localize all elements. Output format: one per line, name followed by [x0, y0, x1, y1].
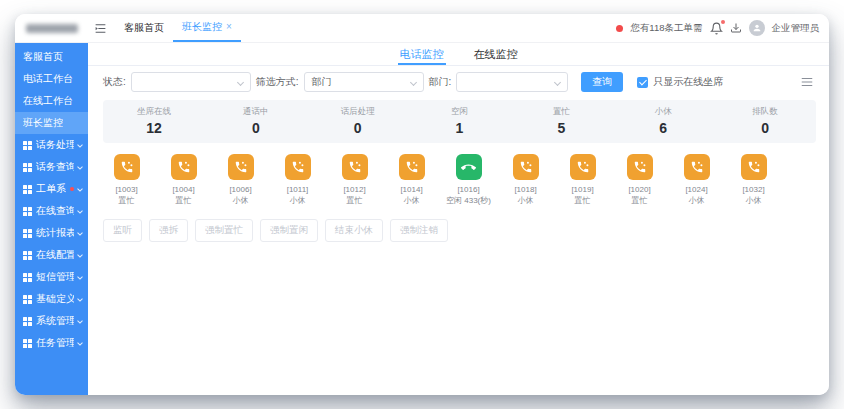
- stat-label: 坐席在线: [103, 106, 205, 118]
- agent-card: [1006]小休: [212, 154, 269, 206]
- phone-busy-icon[interactable]: [741, 154, 767, 180]
- monitor-tabs: 电话监控 在线监控: [88, 43, 829, 66]
- sidebar-item[interactable]: 班长监控: [15, 112, 88, 134]
- sidebar-item[interactable]: 任务管理: [15, 332, 88, 354]
- phone-busy-icon[interactable]: [285, 154, 311, 180]
- agent-id: [1024]: [668, 185, 725, 194]
- agent-card: [1014]小休: [383, 154, 440, 206]
- phone-busy-icon[interactable]: [513, 154, 539, 180]
- dept-label: 部门:: [429, 75, 452, 89]
- logo-area: [15, 24, 88, 33]
- dept-select[interactable]: [456, 72, 568, 92]
- sidebar-item-label: 在线工作台: [23, 94, 73, 108]
- agent-card: [1024]小休: [668, 154, 725, 206]
- agent-id: [1032]: [725, 185, 782, 194]
- close-icon[interactable]: ×: [226, 22, 232, 32]
- bell-icon[interactable]: [710, 22, 723, 35]
- agent-id: [1003]: [98, 185, 155, 194]
- sidebar-item[interactable]: 短信管理: [15, 266, 88, 288]
- grid-icon: [23, 295, 32, 304]
- filter-mode-label: 筛选方式:: [256, 75, 299, 89]
- action-button[interactable]: 强制注销: [390, 219, 448, 242]
- phone-busy-icon[interactable]: [684, 154, 710, 180]
- grid-icon: [23, 273, 32, 282]
- status-select[interactable]: [131, 72, 251, 92]
- agent-status: 小休: [668, 195, 725, 206]
- download-icon[interactable]: [730, 22, 742, 34]
- chevron-down-icon: [77, 296, 83, 302]
- sidebar-item-label: 话务查询: [36, 160, 74, 174]
- phone-busy-icon[interactable]: [228, 154, 254, 180]
- main-content: 电话监控 在线监控 状态: 筛选方式: 部门 部门:: [88, 43, 829, 395]
- query-button[interactable]: 查询: [581, 72, 623, 92]
- sidebar-item[interactable]: 话务查询: [15, 156, 88, 178]
- agent-card: [1011]小休: [269, 154, 326, 206]
- tab-phone-monitor[interactable]: 电话监控: [398, 43, 446, 65]
- sidebar-item[interactable]: 在线工作台: [15, 90, 88, 112]
- tab-online-monitor[interactable]: 在线监控: [472, 43, 520, 65]
- agent-id: [1018]: [497, 185, 554, 194]
- sidebar-item[interactable]: 在线配置: [15, 244, 88, 266]
- stat-item: 坐席在线12: [103, 106, 205, 136]
- chevron-down-icon: [237, 78, 244, 85]
- user-name[interactable]: 企业管理员: [772, 22, 820, 35]
- sidebar-item[interactable]: 客服首页: [15, 46, 88, 68]
- sidebar: 客服首页电话工作台在线工作台班长监控话务处理话务查询工单系统在线查询统计报表在线…: [15, 43, 88, 395]
- online-only-checkbox[interactable]: [637, 77, 648, 88]
- phone-busy-icon[interactable]: [399, 154, 425, 180]
- sidebar-item-label: 客服首页: [23, 50, 63, 64]
- sidebar-item-label: 统计报表: [36, 226, 74, 240]
- phone-busy-icon[interactable]: [171, 154, 197, 180]
- action-button[interactable]: 强拆: [149, 219, 188, 242]
- phone-busy-icon[interactable]: [342, 154, 368, 180]
- action-button[interactable]: 强制置闲: [260, 219, 318, 242]
- chevron-down-icon: [77, 142, 83, 148]
- agent-id: [1004]: [155, 185, 212, 194]
- user-avatar[interactable]: [749, 20, 765, 36]
- agent-status: 小休: [725, 195, 782, 206]
- chevron-down-icon: [77, 252, 83, 258]
- chevron-down-icon: [77, 230, 83, 236]
- grid-icon: [23, 251, 32, 260]
- stat-item: 置忙5: [510, 106, 612, 136]
- grid-icon: [23, 229, 32, 238]
- agent-id: [1019]: [554, 185, 611, 194]
- sidebar-item[interactable]: 工单系统: [15, 178, 88, 200]
- agent-id: [1011]: [269, 185, 326, 194]
- sidebar-item-label: 话务处理: [36, 138, 74, 152]
- list-view-icon[interactable]: [800, 75, 814, 89]
- chevron-down-icon: [554, 78, 561, 85]
- action-button[interactable]: 结束小休: [325, 219, 383, 242]
- sidebar-item[interactable]: 话务处理: [15, 134, 88, 156]
- stat-label: 小休: [612, 106, 714, 118]
- action-button[interactable]: 监听: [103, 219, 142, 242]
- sidebar-item-label: 班长监控: [23, 116, 63, 130]
- page-tab-home[interactable]: 客服首页: [115, 14, 173, 42]
- chevron-down-icon: [77, 164, 83, 170]
- stats-bar: 坐席在线12通话中0话后处理0空闲1置忙5小休6排队数0: [103, 100, 816, 143]
- action-button[interactable]: 强制置忙: [195, 219, 253, 242]
- agent-status: 置忙: [554, 195, 611, 206]
- agent-status: 空闲 433(秒): [440, 195, 497, 206]
- phone-busy-icon[interactable]: [627, 154, 653, 180]
- page-tab-monitor[interactable]: 班长监控 ×: [173, 14, 241, 42]
- stat-item: 排队数0: [714, 106, 816, 136]
- filter-mode-select[interactable]: 部门: [304, 72, 424, 92]
- sidebar-item[interactable]: 统计报表: [15, 222, 88, 244]
- phone-busy-icon[interactable]: [570, 154, 596, 180]
- agent-card: [1018]小休: [497, 154, 554, 206]
- agent-status: 置忙: [155, 195, 212, 206]
- agent-status: 小休: [383, 195, 440, 206]
- agent-status: 小休: [497, 195, 554, 206]
- phone-busy-icon[interactable]: [114, 154, 140, 180]
- workorder-notice[interactable]: 您有118条工单需: [630, 22, 702, 35]
- sidebar-item[interactable]: 基础定义: [15, 288, 88, 310]
- stat-value: 6: [612, 120, 714, 136]
- topbar-right: 您有118条工单需 企业管理员: [616, 20, 819, 36]
- menu-fold-icon[interactable]: [94, 22, 107, 35]
- sidebar-item[interactable]: 在线查询: [15, 200, 88, 222]
- stat-value: 0: [307, 120, 409, 136]
- phone-idle-icon[interactable]: [456, 154, 482, 180]
- sidebar-item[interactable]: 电话工作台: [15, 68, 88, 90]
- sidebar-item[interactable]: 系统管理: [15, 310, 88, 332]
